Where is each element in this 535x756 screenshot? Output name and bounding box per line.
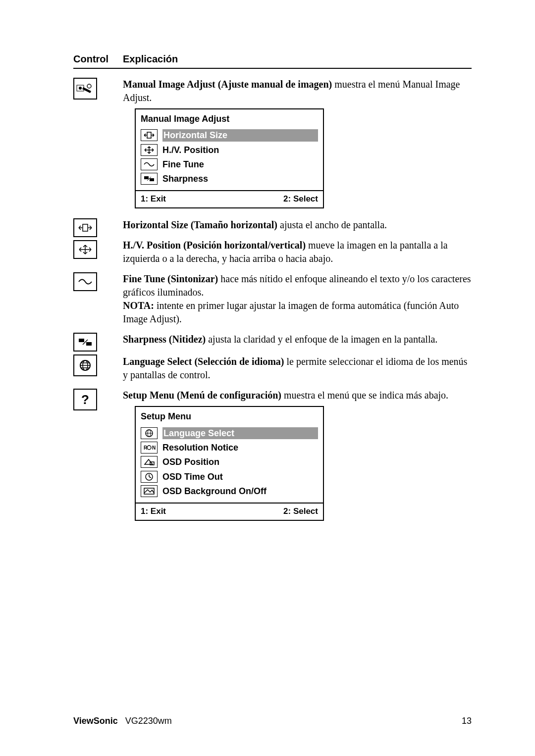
menu-item-label: OSD Background On/Off bbox=[162, 485, 267, 497]
page: Control Explicación Manual Image Adjust … bbox=[0, 0, 535, 756]
svg-rect-7 bbox=[79, 339, 84, 342]
svg-rect-6 bbox=[83, 224, 88, 231]
svg-point-2 bbox=[87, 84, 91, 88]
text-col: Sharpness (Nitidez) ajusta la claridad y… bbox=[123, 333, 472, 382]
menu-item-resolution-notice: RN Resolution Notice bbox=[141, 442, 318, 454]
menu-item-label: Horizontal Size bbox=[162, 129, 318, 141]
menu-footer: 1: Exit 2: Select bbox=[136, 190, 323, 207]
icon-col bbox=[73, 218, 123, 265]
entry-bold: Language Select (Selección de idioma) bbox=[123, 356, 284, 367]
svg-rect-3 bbox=[147, 132, 151, 138]
menu-setup-menu: Setup Menu Language Select RN Resolution… bbox=[135, 406, 324, 521]
text-col: Horizontal Size (Tamaño horizontal) ajus… bbox=[123, 218, 472, 265]
osd-position-icon bbox=[141, 456, 158, 468]
menu-item-osd-time-out: OSD Time Out bbox=[141, 471, 318, 483]
globe-icon bbox=[141, 427, 158, 439]
entry-bold: Horizontal Size (Tamaño horizontal) bbox=[123, 219, 277, 230]
nota-bold: NOTA: bbox=[123, 300, 154, 311]
entry-rest: muestra el menú que se indica más abajo. bbox=[281, 390, 448, 401]
entry-rest: ajusta el ancho de pantalla. bbox=[277, 219, 387, 230]
menu-item-horizontal-size: Horizontal Size bbox=[141, 129, 318, 141]
menu-title: Manual Image Adjust bbox=[136, 109, 323, 127]
entry-manual-image-adjust: Manual Image Adjust (Ajuste manual de im… bbox=[73, 78, 472, 211]
menu-items: Language Select RN Resolution Notice OSD… bbox=[136, 427, 323, 503]
entry-bold: H./V. Position (Posición horizontal/vert… bbox=[123, 240, 306, 251]
menu-item-osd-position: OSD Position bbox=[141, 456, 318, 468]
icon-col bbox=[73, 272, 123, 326]
menu-item-label: H./V. Position bbox=[162, 144, 219, 156]
text-col: Setup Menu (Menú de configuración) muest… bbox=[123, 389, 472, 524]
horizontal-size-icon bbox=[73, 218, 97, 237]
menu-select-label: 2: Select bbox=[283, 194, 318, 205]
hv-position-icon bbox=[141, 144, 158, 156]
fine-tune-icon bbox=[141, 158, 158, 170]
question-icon: ? bbox=[73, 389, 97, 410]
footer-brand-name: ViewSonic bbox=[73, 716, 118, 726]
entry-sharpness: Sharpness (Nitidez) ajusta la claridad y… bbox=[73, 333, 472, 382]
menu-select-label: 2: Select bbox=[283, 506, 318, 517]
menu-item-osd-background: OSD Background On/Off bbox=[141, 485, 318, 497]
menu-item-language-select: Language Select bbox=[141, 427, 318, 439]
entry-bold: Sharpness (Nitidez) bbox=[123, 334, 206, 345]
page-number: 13 bbox=[462, 716, 472, 726]
svg-text:N: N bbox=[152, 445, 156, 451]
page-footer: ViewSonic VG2230wm 13 bbox=[73, 716, 472, 726]
header-control: Control bbox=[73, 53, 123, 65]
menu-items: Horizontal Size H./V. Position Fine Tune… bbox=[136, 129, 323, 190]
svg-point-1 bbox=[79, 87, 82, 90]
menu-item-label: Language Select bbox=[162, 427, 318, 439]
menu-item-label: OSD Time Out bbox=[162, 471, 223, 483]
icon-col bbox=[73, 333, 123, 382]
tools-icon bbox=[73, 78, 97, 100]
menu-manual-image-adjust: Manual Image Adjust Horizontal Size H./V… bbox=[135, 108, 324, 208]
header-explicacion: Explicación bbox=[123, 53, 178, 65]
footer-model: VG2230wm bbox=[125, 716, 172, 726]
entry-fine-tune: Fine Tune (Sintonizar) hace más nítido e… bbox=[73, 272, 472, 326]
menu-item-label: Resolution Notice bbox=[162, 442, 238, 454]
svg-rect-8 bbox=[86, 342, 92, 346]
menu-item-sharpness: Sharpness bbox=[141, 173, 318, 185]
icon-col bbox=[73, 78, 123, 211]
globe-icon bbox=[73, 354, 97, 376]
menu-item-fine-tune: Fine Tune bbox=[141, 158, 318, 170]
entry-rest: ajusta la claridad y el enfoque de la im… bbox=[206, 334, 437, 345]
menu-item-label: Fine Tune bbox=[162, 158, 204, 170]
svg-point-14 bbox=[147, 446, 151, 450]
svg-rect-4 bbox=[144, 176, 149, 179]
icon-col: ? bbox=[73, 389, 123, 524]
entry-horizontal-size: Horizontal Size (Tamaño horizontal) ajus… bbox=[73, 218, 472, 265]
horizontal-size-icon bbox=[141, 129, 158, 141]
menu-title: Setup Menu bbox=[136, 407, 323, 424]
resolution-notice-icon: RN bbox=[141, 442, 158, 454]
entry-setup-menu: ? Setup Menu (Menú de configuración) mue… bbox=[73, 389, 472, 524]
text-col: Manual Image Adjust (Ajuste manual de im… bbox=[123, 78, 472, 211]
menu-exit-label: 1: Exit bbox=[141, 506, 166, 517]
sharpness-icon bbox=[73, 333, 97, 352]
text-col: Fine Tune (Sintonizar) hace más nítido e… bbox=[123, 272, 472, 326]
menu-exit-label: 1: Exit bbox=[141, 194, 166, 205]
svg-rect-5 bbox=[150, 178, 154, 181]
fine-tune-icon bbox=[73, 272, 97, 291]
sharpness-icon bbox=[141, 173, 158, 185]
menu-item-label: Sharpness bbox=[162, 173, 208, 185]
menu-footer: 1: Exit 2: Select bbox=[136, 503, 323, 520]
nota-rest: intente en primer lugar ajustar la image… bbox=[123, 300, 459, 324]
footer-brand: ViewSonic VG2230wm bbox=[73, 716, 172, 726]
entry-bold: Manual Image Adjust (Ajuste manual de im… bbox=[123, 79, 332, 90]
menu-item-label: OSD Position bbox=[162, 456, 219, 468]
column-headers: Control Explicación bbox=[73, 53, 472, 69]
entry-bold: Fine Tune (Sintonizar) bbox=[123, 273, 218, 284]
clock-icon bbox=[141, 471, 158, 483]
hv-position-icon bbox=[73, 240, 97, 259]
entry-bold: Setup Menu (Menú de configuración) bbox=[123, 390, 281, 401]
background-icon bbox=[141, 485, 158, 497]
menu-item-hv-position: H./V. Position bbox=[141, 144, 318, 156]
